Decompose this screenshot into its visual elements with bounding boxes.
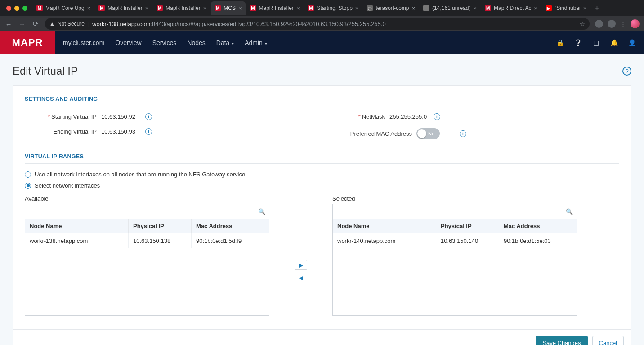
info-icon[interactable]: i [145,128,152,135]
forward-button[interactable]: → [18,20,26,28]
browser-tab[interactable]: MMapR Direct Ac× [481,1,541,15]
close-icon[interactable]: × [583,5,587,11]
info-icon[interactable]: i [434,113,440,120]
available-search[interactable]: 🔍 [25,204,269,219]
tab-favicon-icon: M [98,5,105,11]
table-row[interactable]: workr-138.netapp.com 10.63.150.138 90:1b… [25,233,269,248]
lock-icon[interactable]: 🔒 [556,39,564,46]
netmask-value: 255.255.255.0 [389,113,432,120]
extension-icon[interactable] [595,20,603,28]
page-body: Edit Virtual IP ? SETTINGS AND AUDITING … [0,54,644,345]
nav-right-icons: 🔒 ❔ ▤ 🔔 👤 [556,39,644,46]
browser-tab[interactable]: MMapR Installer× [246,1,304,15]
search-icon[interactable]: 🔍 [258,208,265,215]
tab-favicon-icon: M [157,5,163,11]
info-icon[interactable]: i [145,113,152,120]
star-icon[interactable]: ☆ [580,21,585,27]
tab-favicon-icon: M [485,5,491,11]
radio-select-interfaces[interactable]: Select network interfaces [25,182,619,189]
tab-title: Starting, Stopp [317,5,352,11]
minimize-window-icon[interactable] [14,6,19,11]
cell-ip: 10.63.150.140 [436,233,499,248]
col-mac[interactable]: Mac Address [192,219,269,233]
radio-select-label: Select network interfaces [35,182,100,189]
nav-admin[interactable]: Admin ▾ [245,39,267,46]
browser-tab[interactable]: ◌terasort-comp× [363,1,419,15]
table-header: Node Name Physical IP Mac Address [333,219,577,233]
save-button[interactable]: Save Changes [536,336,587,345]
maximize-window-icon[interactable] [22,6,27,11]
close-icon[interactable]: × [203,5,207,11]
tab-title: "Sindhubai [555,5,581,11]
new-tab-button[interactable]: + [591,4,603,13]
close-icon[interactable]: × [296,5,300,11]
page-help-icon[interactable]: ? [622,67,631,76]
mapr-logo[interactable]: MAPR [0,31,55,54]
nav-overview[interactable]: Overview [115,39,141,46]
close-icon[interactable]: × [87,5,91,11]
tab-title: MapR Installer [259,5,294,11]
bell-icon[interactable]: 🔔 [610,39,618,46]
cancel-button[interactable]: Cancel [592,336,624,345]
transfer-arrows: ▶ ◀ [269,195,332,316]
selected-search[interactable]: 🔍 [332,204,577,219]
info-icon[interactable]: i [460,130,466,137]
col-mac[interactable]: Mac Address [499,219,577,233]
security-indicator[interactable]: ▲ Not Secure | [49,21,89,27]
ending-vip-label: Ending Virtual IP [25,128,101,135]
close-icon[interactable]: × [238,5,242,11]
security-label: Not Secure [58,21,85,27]
chat-icon[interactable]: ▤ [592,39,600,46]
col-node[interactable]: Node Name [25,219,129,233]
move-right-button[interactable]: ▶ [295,260,307,270]
pref-mac-toggle[interactable]: No [416,128,440,139]
omnibox[interactable]: ▲ Not Secure | workr-138.netapp.com:8443… [45,18,590,30]
browser-tab[interactable]: MStarting, Stopp× [304,1,362,15]
help-icon[interactable]: ❔ [574,39,582,46]
move-left-button[interactable]: ◀ [295,273,307,282]
chrome-toolbar-right: ⋮ [595,19,640,28]
available-search-input[interactable] [29,208,258,215]
col-ip[interactable]: Physical IP [436,219,499,233]
close-icon[interactable]: × [411,5,415,11]
settings-form: *Starting Virtual IP 10.63.150.92 i Endi… [25,113,619,147]
close-icon[interactable]: × [355,5,359,11]
nav-data[interactable]: Data ▾ [216,39,234,46]
avatar[interactable] [631,19,640,28]
browser-tab[interactable]: MMapR Installer× [95,1,152,15]
close-icon[interactable]: × [145,5,149,11]
kebab-menu-icon[interactable]: ⋮ [620,21,626,27]
browser-tab[interactable]: MMapR Installer× [153,1,210,15]
browser-tab[interactable]: (14,161 unread)× [420,1,480,15]
user-icon[interactable]: 👤 [628,39,636,46]
available-column: Available 🔍 Node Name Physical IP Mac Ad… [25,195,269,316]
radio-use-all-interfaces[interactable]: Use all network interfaces on all nodes … [25,171,619,178]
caret-down-icon: ▾ [264,41,267,46]
nav-services[interactable]: Services [152,39,177,46]
nav-nodes[interactable]: Nodes [187,39,205,46]
cell-node: workr-138.netapp.com [25,233,129,248]
caret-down-icon: ▾ [230,41,234,46]
table-header: Node Name Physical IP Mac Address [25,219,269,233]
col-node[interactable]: Node Name [333,219,436,233]
section-settings-title: SETTINGS AND AUDITING [25,96,619,106]
selected-column: Selected 🔍 Node Name Physical IP Mac Add… [332,195,577,316]
browser-tab[interactable]: MMCS× [211,1,245,15]
close-window-icon[interactable] [6,6,11,11]
search-icon[interactable]: 🔍 [566,208,573,215]
close-icon[interactable]: × [534,5,537,11]
tab-favicon-icon: M [250,5,256,11]
tab-favicon-icon: M [308,5,314,11]
browser-tab[interactable]: ▶"Sindhubai× [542,1,590,15]
selected-search-input[interactable] [336,208,566,215]
table-row[interactable]: workr-140.netapp.com 10.63.150.140 90:1b… [333,233,577,248]
col-ip[interactable]: Physical IP [129,219,192,233]
window-controls[interactable] [3,6,32,11]
reload-button[interactable]: ⟳ [31,20,40,28]
footer-actions: Save Changes Cancel [13,329,631,345]
back-button[interactable]: ← [4,20,13,28]
cluster-name[interactable]: my.cluster.com [63,39,104,46]
profile-icon[interactable] [608,20,616,28]
close-icon[interactable]: × [473,5,477,11]
browser-tab[interactable]: MMapR Core Upg× [33,1,94,15]
